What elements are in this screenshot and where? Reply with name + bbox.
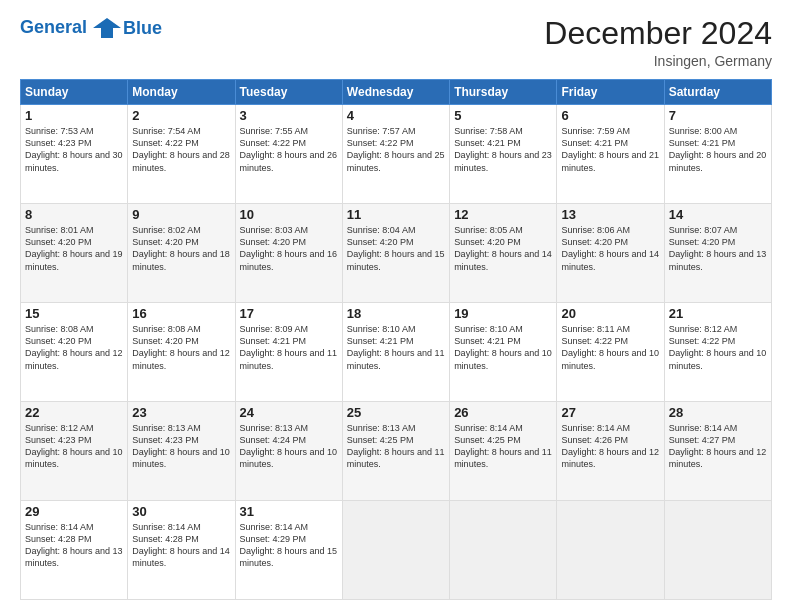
day-number: 15 [25,306,123,321]
title-block: December 2024 Insingen, Germany [544,16,772,69]
location: Insingen, Germany [544,53,772,69]
table-row: 26 Sunrise: 8:14 AMSunset: 4:25 PMDaylig… [450,402,557,501]
logo: General Blue [20,16,162,40]
day-number: 9 [132,207,230,222]
cell-content: Sunrise: 8:01 AMSunset: 4:20 PMDaylight:… [25,225,123,271]
table-row: 11 Sunrise: 8:04 AMSunset: 4:20 PMDaylig… [342,204,449,303]
day-number: 12 [454,207,552,222]
table-row: 6 Sunrise: 7:59 AMSunset: 4:21 PMDayligh… [557,105,664,204]
cell-content: Sunrise: 8:09 AMSunset: 4:21 PMDaylight:… [240,324,338,370]
day-number: 3 [240,108,338,123]
table-row [557,501,664,600]
cell-content: Sunrise: 8:14 AMSunset: 4:28 PMDaylight:… [132,522,230,568]
day-number: 5 [454,108,552,123]
cell-content: Sunrise: 8:10 AMSunset: 4:21 PMDaylight:… [454,324,552,370]
cell-content: Sunrise: 8:12 AMSunset: 4:23 PMDaylight:… [25,423,123,469]
cell-content: Sunrise: 8:14 AMSunset: 4:25 PMDaylight:… [454,423,552,469]
day-number: 17 [240,306,338,321]
day-number: 29 [25,504,123,519]
table-row: 23 Sunrise: 8:13 AMSunset: 4:23 PMDaylig… [128,402,235,501]
logo-bird-icon [93,16,121,40]
cell-content: Sunrise: 7:59 AMSunset: 4:21 PMDaylight:… [561,126,659,172]
calendar-week-row: 1 Sunrise: 7:53 AMSunset: 4:23 PMDayligh… [21,105,772,204]
table-row [664,501,771,600]
cell-content: Sunrise: 7:53 AMSunset: 4:23 PMDaylight:… [25,126,123,172]
day-number: 13 [561,207,659,222]
table-row: 25 Sunrise: 8:13 AMSunset: 4:25 PMDaylig… [342,402,449,501]
table-row: 17 Sunrise: 8:09 AMSunset: 4:21 PMDaylig… [235,303,342,402]
cell-content: Sunrise: 8:08 AMSunset: 4:20 PMDaylight:… [132,324,230,370]
table-row: 5 Sunrise: 7:58 AMSunset: 4:21 PMDayligh… [450,105,557,204]
col-monday: Monday [128,80,235,105]
cell-content: Sunrise: 8:14 AMSunset: 4:26 PMDaylight:… [561,423,659,469]
table-row: 27 Sunrise: 8:14 AMSunset: 4:26 PMDaylig… [557,402,664,501]
day-number: 31 [240,504,338,519]
cell-content: Sunrise: 8:06 AMSunset: 4:20 PMDaylight:… [561,225,659,271]
table-row: 14 Sunrise: 8:07 AMSunset: 4:20 PMDaylig… [664,204,771,303]
logo-general: General [20,17,87,37]
table-row: 29 Sunrise: 8:14 AMSunset: 4:28 PMDaylig… [21,501,128,600]
table-row: 2 Sunrise: 7:54 AMSunset: 4:22 PMDayligh… [128,105,235,204]
table-row: 8 Sunrise: 8:01 AMSunset: 4:20 PMDayligh… [21,204,128,303]
day-number: 14 [669,207,767,222]
cell-content: Sunrise: 7:57 AMSunset: 4:22 PMDaylight:… [347,126,445,172]
cell-content: Sunrise: 7:58 AMSunset: 4:21 PMDaylight:… [454,126,552,172]
cell-content: Sunrise: 8:14 AMSunset: 4:27 PMDaylight:… [669,423,767,469]
table-row: 15 Sunrise: 8:08 AMSunset: 4:20 PMDaylig… [21,303,128,402]
col-sunday: Sunday [21,80,128,105]
col-saturday: Saturday [664,80,771,105]
day-number: 27 [561,405,659,420]
day-number: 4 [347,108,445,123]
cell-content: Sunrise: 8:13 AMSunset: 4:23 PMDaylight:… [132,423,230,469]
table-row: 9 Sunrise: 8:02 AMSunset: 4:20 PMDayligh… [128,204,235,303]
cell-content: Sunrise: 8:11 AMSunset: 4:22 PMDaylight:… [561,324,659,370]
page: General Blue December 2024 Insingen, Ger… [0,0,792,612]
calendar-week-row: 15 Sunrise: 8:08 AMSunset: 4:20 PMDaylig… [21,303,772,402]
table-row: 18 Sunrise: 8:10 AMSunset: 4:21 PMDaylig… [342,303,449,402]
col-thursday: Thursday [450,80,557,105]
col-friday: Friday [557,80,664,105]
month-title: December 2024 [544,16,772,51]
table-row [342,501,449,600]
cell-content: Sunrise: 8:13 AMSunset: 4:25 PMDaylight:… [347,423,445,469]
day-number: 21 [669,306,767,321]
cell-content: Sunrise: 7:55 AMSunset: 4:22 PMDaylight:… [240,126,338,172]
cell-content: Sunrise: 8:10 AMSunset: 4:21 PMDaylight:… [347,324,445,370]
table-row [450,501,557,600]
day-number: 11 [347,207,445,222]
calendar-week-row: 22 Sunrise: 8:12 AMSunset: 4:23 PMDaylig… [21,402,772,501]
day-number: 20 [561,306,659,321]
cell-content: Sunrise: 8:13 AMSunset: 4:24 PMDaylight:… [240,423,338,469]
day-number: 10 [240,207,338,222]
day-number: 24 [240,405,338,420]
table-row: 20 Sunrise: 8:11 AMSunset: 4:22 PMDaylig… [557,303,664,402]
svg-marker-0 [93,18,121,38]
table-row: 12 Sunrise: 8:05 AMSunset: 4:20 PMDaylig… [450,204,557,303]
cell-content: Sunrise: 8:03 AMSunset: 4:20 PMDaylight:… [240,225,338,271]
col-wednesday: Wednesday [342,80,449,105]
table-row: 30 Sunrise: 8:14 AMSunset: 4:28 PMDaylig… [128,501,235,600]
cell-content: Sunrise: 8:07 AMSunset: 4:20 PMDaylight:… [669,225,767,271]
day-number: 18 [347,306,445,321]
cell-content: Sunrise: 8:14 AMSunset: 4:29 PMDaylight:… [240,522,338,568]
table-row: 22 Sunrise: 8:12 AMSunset: 4:23 PMDaylig… [21,402,128,501]
day-number: 28 [669,405,767,420]
cell-content: Sunrise: 8:05 AMSunset: 4:20 PMDaylight:… [454,225,552,271]
calendar-table: Sunday Monday Tuesday Wednesday Thursday… [20,79,772,600]
table-row: 21 Sunrise: 8:12 AMSunset: 4:22 PMDaylig… [664,303,771,402]
day-number: 8 [25,207,123,222]
cell-content: Sunrise: 8:02 AMSunset: 4:20 PMDaylight:… [132,225,230,271]
day-number: 25 [347,405,445,420]
table-row: 19 Sunrise: 8:10 AMSunset: 4:21 PMDaylig… [450,303,557,402]
calendar-week-row: 29 Sunrise: 8:14 AMSunset: 4:28 PMDaylig… [21,501,772,600]
table-row: 13 Sunrise: 8:06 AMSunset: 4:20 PMDaylig… [557,204,664,303]
table-row: 3 Sunrise: 7:55 AMSunset: 4:22 PMDayligh… [235,105,342,204]
table-row: 4 Sunrise: 7:57 AMSunset: 4:22 PMDayligh… [342,105,449,204]
cell-content: Sunrise: 8:14 AMSunset: 4:28 PMDaylight:… [25,522,123,568]
day-number: 2 [132,108,230,123]
table-row: 28 Sunrise: 8:14 AMSunset: 4:27 PMDaylig… [664,402,771,501]
cell-content: Sunrise: 8:12 AMSunset: 4:22 PMDaylight:… [669,324,767,370]
day-number: 7 [669,108,767,123]
day-number: 23 [132,405,230,420]
cell-content: Sunrise: 8:04 AMSunset: 4:20 PMDaylight:… [347,225,445,271]
